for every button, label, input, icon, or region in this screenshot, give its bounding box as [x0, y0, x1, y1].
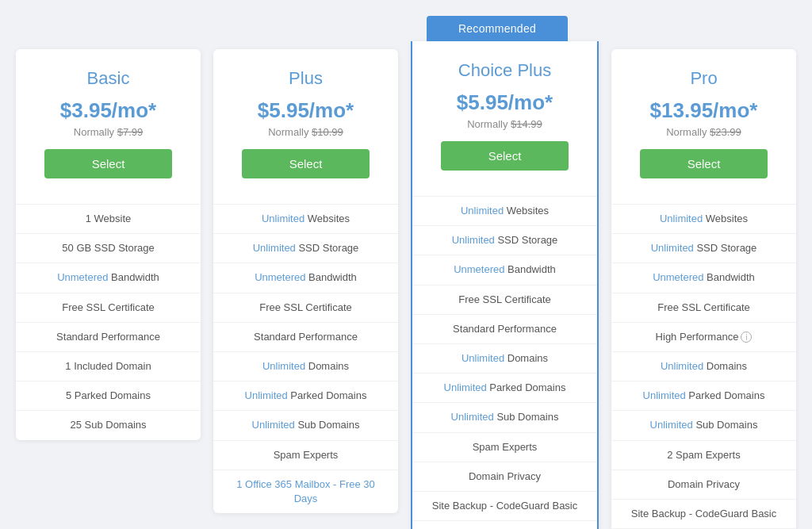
- plan-card-plus: Plus$5.95/mo*Normally $10.99SelectUnlimi…: [213, 49, 398, 513]
- list-item: Unlimited Websites: [213, 204, 398, 233]
- list-item: 5 Parked Domains: [16, 381, 201, 410]
- list-item: Unmetered Bandwidth: [412, 255, 597, 284]
- list-item: Unlimited Domains: [213, 351, 398, 381]
- list-item: Site Backup - CodeGuard Basic: [412, 491, 597, 520]
- plan-price-plus: $5.95/mo*: [226, 98, 385, 123]
- plan-price-basic: $3.95/mo*: [29, 98, 188, 123]
- list-item: Unlimited Sub Domains: [611, 410, 796, 439]
- feature-link-plus-9[interactable]: 1 Office 365 Mailbox - Free 30 Days: [236, 478, 375, 504]
- list-item: Unlimited Sub Domains: [412, 402, 597, 431]
- plan-card-choice-plus: Choice Plus$5.95/mo*Normally $14.99Selec…: [411, 41, 599, 529]
- plan-card-pro: Pro$13.95/mo*Normally $23.99SelectUnlimi…: [611, 49, 796, 529]
- plans-row: Basic$3.95/mo*Normally $7.99Select1 Webs…: [10, 41, 802, 529]
- list-item: 50 GB SSD Storage: [16, 233, 201, 263]
- list-item: High Performancei: [611, 322, 796, 351]
- list-item: Unlimited SSD Storage: [611, 233, 796, 263]
- list-item: 2 Spam Experts: [611, 440, 796, 470]
- list-item: Unlimited Websites: [412, 196, 597, 225]
- plan-name-plus: Plus: [226, 68, 385, 89]
- info-icon-pro-4: i: [741, 332, 752, 343]
- plan-normal-price-pro: Normally $23.99: [624, 126, 783, 138]
- list-item: Unlimited Parked Domains: [213, 381, 398, 410]
- list-item: Site Backup - CodeGuard Basic: [611, 499, 796, 528]
- list-item: Unlimited Websites: [611, 204, 796, 233]
- features-list-plus: Unlimited WebsitesUnlimited SSD StorageU…: [213, 204, 398, 513]
- select-button-pro[interactable]: Select: [640, 149, 768, 178]
- list-item: Unmetered Bandwidth: [611, 263, 796, 292]
- list-item: Unlimited Parked Domains: [412, 373, 597, 402]
- recommended-badge: Recommended: [427, 16, 568, 41]
- list-item: Free SSL Certificate: [412, 285, 597, 314]
- list-item: Free SSL Certificate: [213, 293, 398, 322]
- list-item: Standard Performance: [412, 314, 597, 343]
- plan-header-choice-plus: Choice Plus$5.95/mo*Normally $14.99Selec…: [412, 41, 597, 183]
- list-item: Standard Performance: [16, 322, 201, 351]
- list-item: 1 Office 365 Mailbox - Free 30 Days: [213, 470, 398, 513]
- select-button-plus[interactable]: Select: [242, 149, 370, 178]
- plan-header-pro: Pro$13.95/mo*Normally $23.99Select: [611, 49, 796, 191]
- features-list-basic: 1 Website50 GB SSD StorageUnmetered Band…: [16, 204, 201, 440]
- features-list-choice-plus: Unlimited WebsitesUnlimited SSD StorageU…: [412, 196, 597, 529]
- list-item: 1 Website: [16, 204, 201, 233]
- list-item: Free SSL Certificate: [16, 293, 201, 322]
- list-item: Domain Privacy: [611, 470, 796, 499]
- list-item: Unmetered Bandwidth: [16, 263, 201, 292]
- pricing-wrapper: Recommended Basic$3.95/mo*Normally $7.99…: [10, 16, 802, 529]
- list-item: Unlimited SSD Storage: [412, 225, 597, 255]
- list-item: Free SSL Certificate: [611, 293, 796, 322]
- plan-price-choice-plus: $5.95/mo*: [425, 90, 584, 115]
- list-item: 1 Included Domain: [16, 351, 201, 381]
- plan-header-plus: Plus$5.95/mo*Normally $10.99Select: [213, 49, 398, 191]
- plan-card-basic: Basic$3.95/mo*Normally $7.99Select1 Webs…: [16, 49, 201, 440]
- list-item: Unlimited Parked Domains: [611, 381, 796, 410]
- list-item: Standard Performance: [213, 322, 398, 351]
- plan-price-pro: $13.95/mo*: [624, 98, 783, 123]
- plan-header-basic: Basic$3.95/mo*Normally $7.99Select: [16, 49, 201, 191]
- list-item: 25 Sub Domains: [16, 410, 201, 439]
- plan-normal-price-choice-plus: Normally $14.99: [425, 118, 584, 130]
- features-list-pro: Unlimited WebsitesUnlimited SSD StorageU…: [611, 204, 796, 529]
- list-item: 1 Office 365 Mailbox - Free 30 Days: [412, 520, 597, 529]
- list-item: Spam Experts: [412, 432, 597, 462]
- list-item: Unlimited Domains: [611, 351, 796, 381]
- list-item: Domain Privacy: [412, 462, 597, 491]
- plan-name-pro: Pro: [624, 68, 783, 89]
- list-item: Spam Experts: [213, 440, 398, 470]
- list-item: Unmetered Bandwidth: [213, 263, 398, 292]
- list-item: Unlimited SSD Storage: [213, 233, 398, 263]
- select-button-basic[interactable]: Select: [44, 149, 172, 178]
- list-item: Unlimited Domains: [412, 343, 597, 373]
- plan-name-basic: Basic: [29, 68, 188, 89]
- plan-normal-price-basic: Normally $7.99: [29, 126, 188, 138]
- plan-normal-price-plus: Normally $10.99: [226, 126, 385, 138]
- plan-name-choice-plus: Choice Plus: [425, 60, 584, 81]
- list-item: Unlimited Sub Domains: [213, 410, 398, 439]
- select-button-choice-plus[interactable]: Select: [441, 141, 569, 171]
